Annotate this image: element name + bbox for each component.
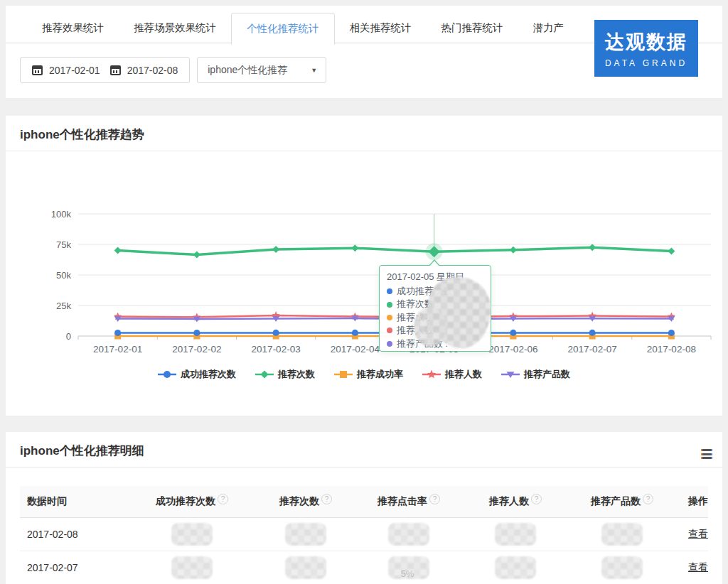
series-color-dot: [387, 315, 392, 320]
column-header-5: 推荐人数?: [455, 486, 576, 517]
cell-value: [576, 518, 668, 551]
table-header-row: 数据时间成功推荐次数?推荐次数?推荐点击率?推荐人数?推荐产品数?操作: [20, 486, 708, 517]
calendar-icon: [32, 65, 43, 75]
help-question-icon[interactable]: ?: [429, 494, 440, 504]
header-card: 推荐效果统计推荐场景效果统计个性化推荐统计相关推荐统计热门推荐统计潜力产 201…: [6, 6, 722, 98]
cell-action: 查看: [668, 551, 708, 584]
tab-6[interactable]: 潜力产: [518, 13, 579, 45]
svg-text:2017-02-02: 2017-02-02: [172, 344, 221, 355]
scene-select-value: iphone个性化推荐: [208, 64, 287, 77]
cell-date: 2017-02-07: [20, 551, 135, 584]
help-question-icon[interactable]: ?: [531, 494, 542, 504]
cell-value: [249, 551, 363, 584]
brand-logo: 达观数据 DATA GRAND: [594, 20, 698, 77]
cell-value: [363, 518, 455, 551]
tab-3[interactable]: 个性化推荐统计: [231, 13, 335, 45]
date-range-picker[interactable]: 2017-02-01 2017-02-08: [20, 57, 190, 83]
legend-label: 推荐人数: [445, 368, 482, 381]
value-blur-blob: [495, 556, 536, 579]
trend-chart-card: iphone个性化推荐趋势 025k50k75k100k2017-02-0120…: [6, 116, 722, 416]
cell-value: [135, 518, 249, 551]
cell-date: 2017-02-08: [20, 518, 135, 551]
redacted-value: 5%: [388, 556, 429, 579]
redacted-value: [601, 556, 643, 579]
help-question-icon[interactable]: ?: [643, 494, 653, 504]
column-header-2: 成功推荐次数?: [135, 486, 249, 517]
svg-text:2017-02-04: 2017-02-04: [331, 344, 380, 355]
value-blur-blob: [285, 556, 326, 579]
star-marker-icon: [422, 369, 441, 379]
table-row: 2017-02-08查看: [20, 517, 708, 551]
view-link[interactable]: 查看: [688, 561, 708, 574]
value-blur-blob: [601, 523, 643, 546]
redacted-value: [171, 523, 213, 546]
view-link[interactable]: 查看: [688, 528, 708, 541]
calendar-icon: [110, 65, 121, 75]
tab-bar: 推荐效果统计推荐场景效果统计个性化推荐统计相关推荐统计热门推荐统计潜力产: [27, 13, 579, 45]
tab-4[interactable]: 相关推荐统计: [335, 13, 427, 45]
circle-marker-icon: [158, 369, 176, 379]
value-blur-blob: [495, 523, 536, 546]
redacted-value: [285, 556, 326, 579]
date-to-field[interactable]: 2017-02-08: [110, 65, 178, 76]
tooltip-arrow: [429, 261, 440, 267]
value-blur-blob: [601, 556, 643, 579]
help-question-icon[interactable]: ?: [321, 494, 332, 504]
menu-icon[interactable]: [701, 449, 712, 461]
value-blur-blob: [388, 556, 429, 579]
cell-value: [135, 551, 249, 584]
value-blur-blob: [171, 556, 213, 579]
redacted-value: [601, 523, 643, 546]
column-header-label: 成功推荐次数: [156, 495, 215, 508]
tab-1[interactable]: 推荐效果统计: [27, 13, 119, 45]
cell-value: 5%: [363, 551, 455, 584]
legend-label: 成功推荐次数: [181, 368, 236, 381]
redacted-value: [285, 523, 326, 546]
svg-text:2017-02-06: 2017-02-06: [488, 344, 537, 355]
legend-item-4[interactable]: 推荐人数: [422, 368, 482, 381]
divider: [6, 467, 722, 467]
date-from-field[interactable]: 2017-02-01: [32, 65, 100, 76]
scene-select[interactable]: iphone个性化推荐 ▼: [197, 57, 326, 83]
tab-5[interactable]: 热门推荐统计: [427, 13, 518, 45]
chevron-down-icon: ▼: [311, 67, 317, 74]
redacted-value: [495, 523, 536, 546]
tab-2[interactable]: 推荐场景效果统计: [119, 13, 231, 45]
column-header-1: 数据时间: [20, 486, 135, 517]
column-header-7: 操作: [668, 486, 708, 517]
svg-text:25k: 25k: [56, 301, 71, 311]
legend-label: 推荐成功率: [357, 368, 403, 381]
series-color-dot: [387, 328, 392, 333]
brand-logo-en: DATA GRAND: [605, 58, 687, 68]
legend-label: 推荐产品数: [524, 368, 570, 381]
redacted-value: [171, 556, 213, 579]
detail-table: 数据时间成功推荐次数?推荐次数?推荐点击率?推荐人数?推荐产品数?操作2017-…: [20, 486, 708, 584]
redacted-value: [388, 523, 429, 546]
rect-marker-icon: [334, 369, 353, 379]
help-question-icon[interactable]: ?: [218, 494, 228, 504]
chart-tooltip: 2017-02-05 星期日 成功推荐次数 :推荐次数 :推荐成功率 :推荐人数…: [379, 265, 491, 352]
cell-value: [455, 518, 576, 551]
series-color-dot: [387, 288, 392, 294]
detail-table-title: iphone个性化推荐明细: [20, 443, 144, 459]
date-to-value: 2017-02-08: [127, 65, 178, 76]
column-header-4: 推荐点击率?: [363, 486, 455, 517]
date-from-value: 2017-02-01: [49, 65, 100, 76]
legend-item-3[interactable]: 推荐成功率: [334, 368, 403, 381]
value-blur-blob: [285, 523, 326, 546]
series-color-dot: [387, 302, 392, 308]
legend-item-1[interactable]: 成功推荐次数: [158, 368, 236, 381]
column-header-label: 推荐产品数: [591, 495, 641, 508]
svg-text:2017-02-03: 2017-02-03: [252, 344, 301, 355]
svg-text:0: 0: [66, 331, 71, 342]
cell-value: [455, 551, 576, 584]
legend-label: 推荐次数: [278, 368, 315, 381]
redacted-value: [495, 556, 536, 579]
column-header-label: 推荐人数: [489, 495, 529, 508]
detail-table-card: iphone个性化推荐明细 数据时间成功推荐次数?推荐次数?推荐点击率?推荐人数…: [6, 432, 722, 584]
column-header-label: 数据时间: [27, 495, 67, 508]
legend-item-5[interactable]: 推荐产品数: [501, 368, 570, 381]
diamond-marker-icon: [255, 369, 274, 379]
chart-legend: 成功推荐次数推荐次数推荐成功率推荐人数推荐产品数: [6, 368, 722, 381]
legend-item-2[interactable]: 推荐次数: [255, 368, 315, 381]
